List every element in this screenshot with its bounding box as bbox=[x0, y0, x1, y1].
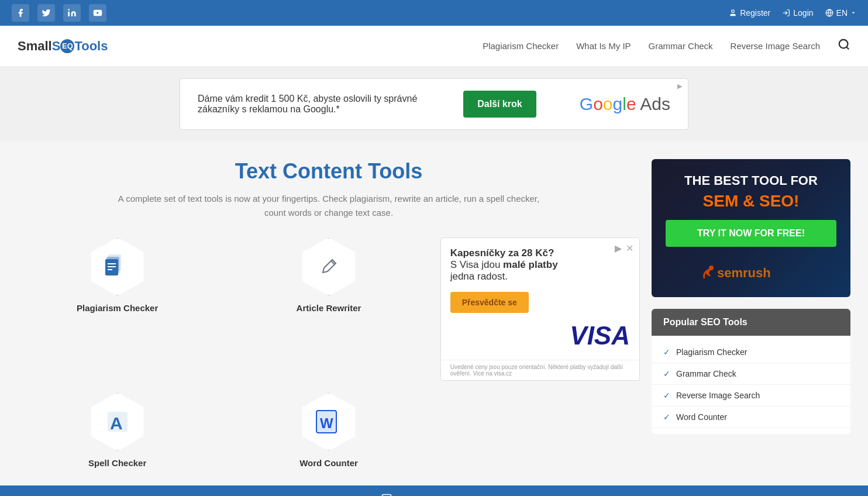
popular-tool-plagiarism-label: Plagiarism Checker bbox=[676, 347, 747, 357]
page-title: Text Content Tools bbox=[18, 159, 640, 184]
ad-text: Dáme vám kredit 1 500 Kč, abyste oslovil… bbox=[198, 94, 420, 115]
ad-cta-button[interactable]: Další krok bbox=[463, 91, 536, 118]
ad-label: ▶ bbox=[677, 82, 682, 90]
login-link[interactable]: Login bbox=[782, 8, 813, 18]
popular-tool-plagiarism[interactable]: ✓ Plagiarism Checker bbox=[652, 342, 850, 363]
check-icon-3: ✓ bbox=[663, 391, 670, 400]
tool-label-word: Word Counter bbox=[299, 458, 358, 468]
sidebar-semrush-ad: THE BEST TOOL FOR SEM & SEO! TRY IT NOW … bbox=[652, 159, 850, 297]
main-nav: Plagiarism Checker What Is My IP Grammar… bbox=[483, 38, 850, 54]
bottom-bar: Reverse Image Search bbox=[0, 485, 868, 496]
bottom-reverse-image[interactable]: Reverse Image Search bbox=[381, 493, 487, 497]
svg-line-7 bbox=[846, 47, 849, 49]
logo-small: Small bbox=[18, 39, 52, 54]
popular-tool-grammar[interactable]: ✓ Grammar Check bbox=[652, 363, 850, 385]
svg-text:W: W bbox=[320, 415, 333, 431]
popular-tools-header: Popular SEO Tools bbox=[652, 309, 850, 336]
popular-tool-word[interactable]: ✓ Word Counter bbox=[652, 407, 850, 428]
tool-word-counter[interactable]: W Word Counter bbox=[229, 392, 428, 468]
svg-text:A: A bbox=[110, 414, 123, 433]
language-selector[interactable]: EN bbox=[825, 8, 856, 18]
check-icon-2: ✓ bbox=[663, 369, 670, 378]
page-title-rest: Tools bbox=[362, 159, 422, 183]
ad-x-icon[interactable]: ✕ bbox=[626, 243, 633, 254]
content-left: Text Content Tools A complete set of tex… bbox=[18, 159, 640, 468]
ad-close-icon[interactable]: ▶ bbox=[615, 243, 622, 254]
nav-reverse-image[interactable]: Reverse Image Search bbox=[731, 41, 820, 51]
search-button[interactable] bbox=[838, 38, 850, 54]
tool-plagiarism[interactable]: Plagiarism Checker bbox=[18, 237, 217, 381]
youtube-icon[interactable] bbox=[89, 4, 106, 22]
ad-in-grid-title: Kapesníčky za 28 Kč?S Visa jdou malé pla… bbox=[450, 247, 630, 283]
svg-point-2 bbox=[732, 10, 735, 13]
page-title-highlight: Text Content bbox=[235, 159, 362, 183]
nav-grammar[interactable]: Grammar Check bbox=[649, 41, 713, 51]
svg-point-6 bbox=[839, 39, 848, 48]
linkedin-icon[interactable] bbox=[63, 4, 81, 22]
page-subtitle: A complete set of text tools is now at y… bbox=[18, 192, 640, 220]
visa-logo: VISA bbox=[450, 321, 630, 350]
ad-inner: ▶ ✕ Kapesníčky za 28 Kč?S Visa jdou malé… bbox=[441, 238, 639, 360]
tool-spell-checker[interactable]: A Spell Checker bbox=[18, 392, 217, 468]
tool-hex-rewriter bbox=[299, 237, 358, 296]
sidebar-ad-subtitle: SEM & SEO! bbox=[666, 192, 836, 211]
semrush-logo: semrush bbox=[666, 262, 836, 283]
tool-hex-plagiarism bbox=[88, 237, 147, 296]
popular-tool-word-label: Word Counter bbox=[676, 412, 727, 422]
google-ads-logo: Google Ads bbox=[580, 94, 670, 114]
popular-tools-list: ✓ Plagiarism Checker ✓ Grammar Check ✓ R… bbox=[652, 336, 850, 434]
header: Small S EQ Tools Plagiarism Checker What… bbox=[0, 26, 868, 67]
top-bar: Register Login EN bbox=[0, 0, 868, 26]
svg-point-19 bbox=[709, 266, 714, 270]
logo[interactable]: Small S EQ Tools bbox=[18, 39, 108, 54]
ad-banner-wrap: ▶ Dáme vám kredit 1 500 Kč, abyste oslov… bbox=[0, 67, 868, 142]
popular-tool-reverse-image-label: Reverse Image Search bbox=[676, 391, 760, 400]
main-content: Text Content Tools A complete set of tex… bbox=[0, 142, 868, 485]
logo-s: S bbox=[52, 39, 61, 54]
ad-slot: ▶ ✕ Kapesníčky za 28 Kč?S Visa jdou malé… bbox=[440, 237, 640, 381]
ad-banner: ▶ Dáme vám kredit 1 500 Kč, abyste oslov… bbox=[180, 78, 688, 130]
sidebar-ad-title: THE BEST TOOL FOR bbox=[666, 173, 836, 188]
svg-text:semrush: semrush bbox=[717, 266, 771, 280]
auth-links: Register Login EN bbox=[729, 8, 856, 18]
tool-hex-word: W bbox=[299, 392, 358, 451]
tool-label-rewriter: Article Rewriter bbox=[297, 303, 361, 313]
sidebar-ad-button[interactable]: TRY IT NOW FOR FREE! bbox=[666, 220, 836, 247]
popular-tool-grammar-label: Grammar Check bbox=[676, 369, 736, 378]
tool-label-spell: Spell Checker bbox=[88, 458, 146, 468]
check-icon-4: ✓ bbox=[663, 412, 670, 422]
tool-hex-spell: A bbox=[88, 392, 147, 451]
ad-in-grid-button[interactable]: Přesvědčte se bbox=[450, 292, 529, 313]
popular-tools: Popular SEO Tools ✓ Plagiarism Checker ✓… bbox=[652, 309, 850, 434]
nav-ip[interactable]: What Is My IP bbox=[576, 41, 631, 51]
check-icon: ✓ bbox=[663, 347, 670, 357]
social-links bbox=[12, 4, 106, 22]
twitter-icon[interactable] bbox=[37, 4, 55, 22]
svg-point-0 bbox=[68, 9, 70, 11]
ad-in-grid-footer: Uvedené ceny jsou pouze orientační. Někt… bbox=[441, 360, 639, 380]
facebook-icon[interactable] bbox=[12, 4, 29, 22]
logo-tools: Tools bbox=[74, 39, 108, 54]
tool-label-plagiarism: Plagiarism Checker bbox=[77, 303, 158, 313]
tool-article-rewriter[interactable]: Article Rewriter bbox=[229, 237, 428, 381]
nav-plagiarism[interactable]: Plagiarism Checker bbox=[483, 41, 559, 51]
popular-tool-reverse-image[interactable]: ✓ Reverse Image Search bbox=[652, 385, 850, 407]
register-link[interactable]: Register bbox=[729, 8, 770, 18]
sidebar: THE BEST TOOL FOR SEM & SEO! TRY IT NOW … bbox=[652, 159, 850, 468]
logo-eq: EQ bbox=[60, 39, 74, 53]
tools-grid: Plagiarism Checker Article Rewriter ▶ ✕ bbox=[18, 237, 640, 468]
reverse-image-icon bbox=[381, 493, 392, 497]
